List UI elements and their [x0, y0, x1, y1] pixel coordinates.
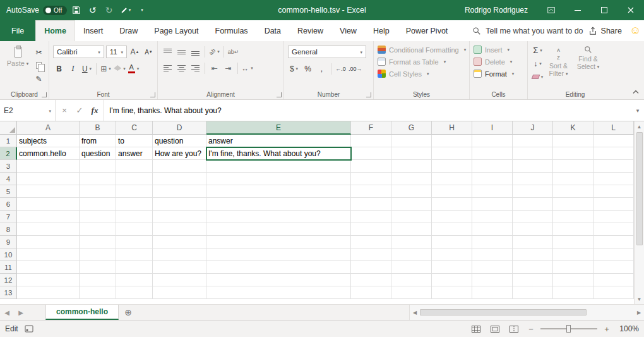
cell-e10[interactable]	[206, 248, 351, 261]
cell-f7[interactable]	[351, 211, 391, 223]
cell-k5[interactable]	[553, 185, 593, 198]
cell-f11[interactable]	[351, 261, 391, 274]
scroll-down-arrow[interactable]: ▼	[635, 294, 644, 304]
cell-g4[interactable]	[391, 173, 432, 185]
cell-c1[interactable]: to	[116, 135, 153, 147]
bottom-align-button[interactable]	[189, 46, 201, 58]
tab-review[interactable]: Review	[289, 20, 331, 41]
cell-l13[interactable]	[593, 286, 634, 299]
cell-k3[interactable]	[553, 160, 593, 173]
cell-a13[interactable]	[17, 286, 80, 299]
cell-h5[interactable]	[432, 185, 472, 198]
column-header-g[interactable]: G	[391, 121, 432, 135]
align-left-button[interactable]	[162, 62, 174, 74]
cancel-button[interactable]: ×	[57, 100, 72, 121]
cell-f1[interactable]	[351, 135, 391, 147]
cell-l10[interactable]	[593, 248, 634, 261]
cell-f12[interactable]	[351, 274, 391, 286]
cell-b7[interactable]	[80, 211, 116, 223]
accounting-format-button[interactable]: $	[288, 63, 300, 75]
cell-f3[interactable]	[351, 160, 391, 173]
tab-draw[interactable]: Draw	[111, 20, 146, 41]
increase-decimal-button[interactable]: ←.0	[335, 63, 347, 75]
cell-k1[interactable]	[553, 135, 593, 147]
row-header-8[interactable]: 8	[0, 223, 17, 236]
cell-l1[interactable]	[593, 135, 634, 147]
font-name-select[interactable]: Calibri	[53, 46, 104, 58]
tab-view[interactable]: View	[331, 20, 365, 41]
cut-button[interactable]	[33, 46, 45, 58]
cell-i6[interactable]	[472, 198, 513, 211]
zoom-level[interactable]: 100%	[616, 324, 639, 333]
cell-g9[interactable]	[391, 236, 432, 248]
cell-i8[interactable]	[472, 223, 513, 236]
font-color-button[interactable]: A	[128, 63, 140, 75]
cell-a7[interactable]	[17, 211, 80, 223]
alignment-dialog-launcher[interactable]	[277, 92, 282, 97]
row-header-1[interactable]: 1	[0, 135, 17, 147]
cell-j13[interactable]	[513, 286, 553, 299]
row-header-10[interactable]: 10	[0, 248, 17, 261]
row-header-5[interactable]: 5	[0, 185, 17, 198]
cell-g13[interactable]	[391, 286, 432, 299]
cell-k8[interactable]	[553, 223, 593, 236]
cell-i11[interactable]	[472, 261, 513, 274]
row-header-4[interactable]: 4	[0, 173, 17, 185]
cell-i13[interactable]	[472, 286, 513, 299]
cell-f4[interactable]	[351, 173, 391, 185]
cell-g10[interactable]	[391, 248, 432, 261]
vertical-scrollbar[interactable]: ▲ ▼	[634, 121, 644, 304]
cell-i1[interactable]	[472, 135, 513, 147]
cell-c12[interactable]	[116, 274, 153, 286]
cell-h2[interactable]	[432, 147, 472, 160]
save-button[interactable]	[69, 2, 83, 18]
wrap-text-button[interactable]: ab↵	[227, 46, 239, 58]
undo-button[interactable]	[86, 2, 100, 18]
cell-l8[interactable]	[593, 223, 634, 236]
underline-button[interactable]	[81, 63, 93, 75]
cell-c2[interactable]: answer	[116, 147, 153, 160]
cell-h10[interactable]	[432, 248, 472, 261]
user-name[interactable]: Rodrigo Rodriguez	[465, 6, 528, 15]
tab-data[interactable]: Data	[256, 20, 289, 41]
cell-c6[interactable]	[116, 198, 153, 211]
italic-button[interactable]	[67, 63, 79, 75]
cell-h1[interactable]	[432, 135, 472, 147]
cell-i10[interactable]	[472, 248, 513, 261]
cell-g3[interactable]	[391, 160, 432, 173]
sheet-tab-common-hello[interactable]: common-hello	[45, 305, 119, 320]
cell-l11[interactable]	[593, 261, 634, 274]
cell-h12[interactable]	[432, 274, 472, 286]
cell-c13[interactable]	[116, 286, 153, 299]
autosave-switch[interactable]: Off	[43, 6, 67, 15]
cell-d10[interactable]	[153, 248, 206, 261]
insert-cells-button[interactable]: Insert	[474, 44, 525, 56]
cell-g12[interactable]	[391, 274, 432, 286]
font-size-select[interactable]: 11	[106, 46, 127, 58]
cell-i5[interactable]	[472, 185, 513, 198]
cell-a10[interactable]	[17, 248, 80, 261]
cell-g5[interactable]	[391, 185, 432, 198]
column-header-a[interactable]: A	[17, 121, 80, 135]
cell-g1[interactable]	[391, 135, 432, 147]
tab-formulas[interactable]: Formulas	[207, 20, 256, 41]
column-header-f[interactable]: F	[351, 121, 391, 135]
cell-d2[interactable]: How are you?	[153, 147, 206, 160]
name-box[interactable]: E2	[0, 100, 56, 121]
cell-c11[interactable]	[116, 261, 153, 274]
number-dialog-launcher[interactable]	[366, 92, 371, 97]
format-painter-button[interactable]	[33, 73, 45, 85]
cell-b6[interactable]	[80, 198, 116, 211]
collapse-ribbon-button[interactable]	[633, 85, 639, 97]
cell-g7[interactable]	[391, 211, 432, 223]
cell-c8[interactable]	[116, 223, 153, 236]
cell-e8[interactable]	[206, 223, 351, 236]
close-button[interactable]	[617, 0, 644, 20]
cell-j12[interactable]	[513, 274, 553, 286]
horizontal-scrollbar[interactable]: ◀ ▶	[409, 305, 644, 320]
row-header-3[interactable]: 3	[0, 160, 17, 173]
column-header-l[interactable]: L	[593, 121, 634, 135]
maximize-button[interactable]	[591, 0, 617, 20]
formula-bar-expand-button[interactable]: ▾	[631, 100, 644, 121]
tab-file[interactable]: File	[0, 20, 35, 41]
